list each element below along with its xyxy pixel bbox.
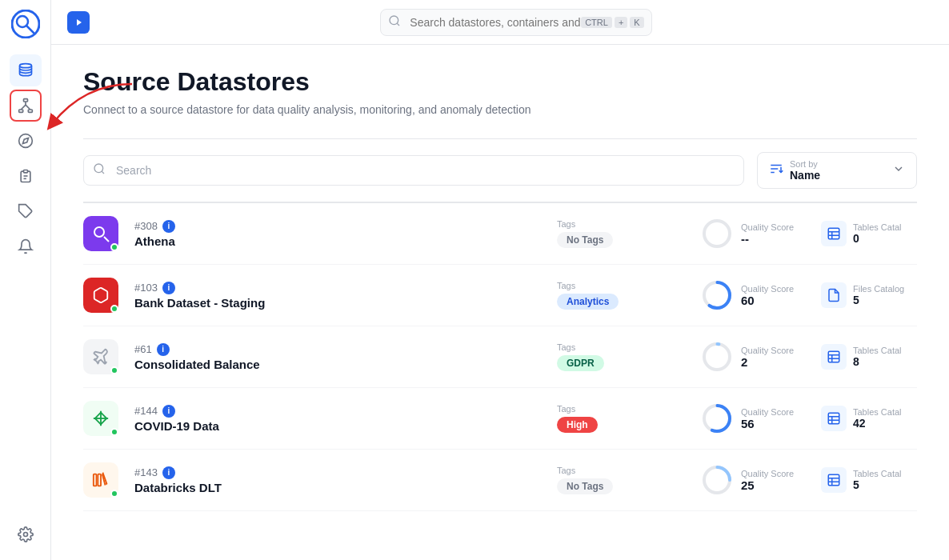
svg-line-2 [26, 26, 34, 33]
datastore-info: #144 i COVID-19 Data [134, 405, 541, 433]
datastore-info: #103 i Bank Dataset - Staging [134, 282, 541, 310]
datastore-name: Bank Dataset - Staging [134, 296, 541, 310]
tags-label: Tags [557, 219, 685, 229]
svg-point-18 [390, 16, 398, 25]
catalog-icon [821, 221, 847, 246]
catalog-value: 8 [853, 355, 902, 368]
search-input[interactable] [83, 155, 744, 186]
keyboard-shortcut: CTRL + K [581, 17, 644, 28]
sidebar-item-tags[interactable] [10, 195, 42, 227]
datastore-name: COVID-19 Data [134, 419, 541, 433]
kbd-ctrl: CTRL [581, 17, 612, 28]
info-icon[interactable]: i [162, 220, 175, 233]
svg-rect-5 [18, 110, 22, 112]
sidebar-item-database[interactable] [10, 54, 42, 86]
datastore-row[interactable]: #144 i COVID-19 Data Tags High Quality S… [83, 388, 917, 450]
datastore-catalog: Tables Catal 8 [821, 344, 917, 370]
tag-badge[interactable]: Analytics [557, 294, 619, 310]
page-subtitle: Connect to a source datastore for data q… [83, 103, 917, 116]
info-icon[interactable]: i [162, 405, 175, 418]
svg-rect-12 [23, 170, 27, 173]
datastore-row[interactable]: #61 i Consolidated Balance Tags GDPR Qua… [83, 326, 917, 388]
global-search-icon [388, 14, 401, 30]
datastore-catalog: Tables Catal 0 [821, 221, 917, 246]
datastore-quality: Quality Score 2 [701, 341, 805, 373]
quality-label: Quality Score [741, 407, 794, 417]
tag-badge[interactable]: High [557, 417, 598, 433]
datastore-row[interactable]: #143 i Databricks DLT Tags No Tags Quali… [83, 450, 917, 511]
catalog-icon [821, 406, 847, 431]
datastore-name: Databricks DLT [134, 481, 541, 494]
tags-label: Tags [557, 404, 685, 414]
svg-rect-37 [828, 351, 839, 362]
main-content: CTRL + K Source Datastores Connect to a … [51, 0, 949, 560]
tag-badge[interactable]: No Tags [557, 232, 613, 248]
info-icon[interactable]: i [162, 466, 175, 479]
catalog-value: 0 [853, 232, 902, 245]
toolbar: Sort by Name [83, 138, 917, 202]
status-dot [110, 366, 118, 374]
datastore-icon [83, 339, 118, 374]
sidebar-item-notifications[interactable] [10, 230, 42, 262]
svg-marker-17 [77, 19, 82, 26]
svg-rect-4 [23, 99, 27, 102]
svg-rect-50 [98, 474, 101, 486]
status-dot [110, 428, 118, 436]
quality-value: 56 [741, 417, 794, 430]
catalog-icon [821, 467, 847, 493]
svg-point-16 [23, 533, 27, 537]
tag-badge[interactable]: GDPR [557, 355, 604, 371]
datastore-catalog: Tables Catal 5 [821, 467, 917, 493]
catalog-label: Tables Catal [853, 346, 902, 355]
sort-label-main: Name [790, 169, 886, 182]
sidebar-item-datastores[interactable] [10, 90, 42, 122]
datastore-name: Athena [134, 234, 541, 248]
datastore-list: #308 i Athena Tags No Tags Quality Score… [83, 202, 917, 511]
svg-point-20 [94, 164, 103, 173]
datastore-row[interactable]: #308 i Athena Tags No Tags Quality Score… [83, 203, 917, 265]
datastore-tags: Tags High [557, 404, 685, 433]
datastore-quality: Quality Score 56 [701, 402, 805, 434]
sidebar-item-explore[interactable] [10, 125, 42, 157]
info-icon[interactable]: i [157, 343, 170, 356]
catalog-icon [821, 282, 847, 308]
datastore-id: #143 [134, 466, 158, 478]
datastore-id: #308 [134, 220, 158, 232]
svg-rect-49 [94, 474, 97, 486]
global-search-box: CTRL + K [380, 9, 651, 36]
svg-rect-53 [828, 474, 839, 486]
svg-point-28 [704, 221, 730, 246]
sidebar-item-settings[interactable] [10, 518, 42, 550]
svg-point-35 [704, 344, 730, 370]
svg-point-26 [94, 227, 104, 237]
page-content: Source Datastores Connect to a source da… [51, 45, 949, 560]
info-icon[interactable]: i [162, 282, 175, 294]
sort-dropdown[interactable]: Sort by Name [757, 152, 917, 189]
datastore-row[interactable]: #103 i Bank Dataset - Staging Tags Analy… [83, 265, 917, 326]
expand-sidebar-button[interactable] [67, 11, 90, 34]
search-icon [93, 162, 106, 178]
datastore-quality: Quality Score -- [701, 218, 805, 250]
quality-label: Quality Score [741, 346, 794, 355]
datastore-tags: Tags Analytics [557, 281, 685, 310]
svg-line-9 [26, 105, 30, 110]
quality-value: 25 [741, 478, 794, 492]
svg-line-27 [104, 237, 109, 242]
datastore-tags: Tags No Tags [557, 466, 685, 494]
quality-value: 60 [741, 294, 794, 307]
tags-label: Tags [557, 342, 685, 352]
datastore-id: #103 [134, 282, 158, 294]
tag-badge[interactable]: No Tags [557, 478, 613, 494]
datastore-id: #61 [134, 343, 152, 355]
svg-line-8 [21, 105, 26, 110]
kbd-plus: + [615, 17, 627, 28]
status-dot [110, 490, 118, 498]
catalog-label: Files Catalog [853, 284, 904, 294]
quality-value: -- [741, 232, 794, 246]
svg-point-10 [18, 134, 32, 148]
sidebar-item-checks[interactable] [10, 160, 42, 192]
datastore-quality: Quality Score 25 [701, 464, 805, 496]
svg-point-3 [19, 64, 31, 68]
app-logo[interactable] [11, 10, 40, 38]
datastore-quality: Quality Score 60 [701, 279, 805, 311]
